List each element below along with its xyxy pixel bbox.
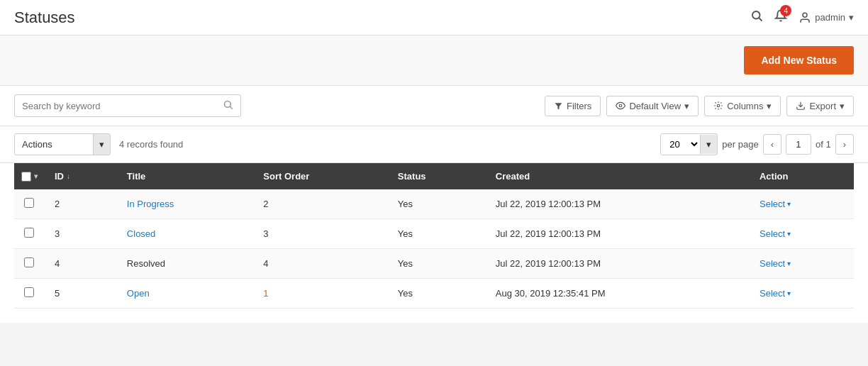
row-action: Select ▾ bbox=[750, 219, 854, 249]
prev-page-button[interactable]: ‹ bbox=[763, 134, 781, 155]
actions-select-wrap: Actions ▾ bbox=[14, 133, 111, 155]
table-row: 2 In Progress 2 Yes Jul 22, 2019 12:00:1… bbox=[14, 189, 854, 219]
actions-row: Actions ▾ 4 records found 20 ▾ per page … bbox=[0, 126, 868, 163]
notification-badge: 4 bbox=[780, 5, 791, 16]
row-created: Aug 30, 2019 12:35:41 PM bbox=[486, 279, 750, 309]
select-arrow: ▾ bbox=[787, 200, 791, 208]
select-link[interactable]: Select ▾ bbox=[760, 258, 844, 269]
default-view-arrow: ▾ bbox=[684, 101, 689, 111]
row-status: Yes bbox=[388, 189, 486, 219]
header-right: 4 padmin ▾ bbox=[750, 9, 854, 26]
select-arrow: ▾ bbox=[787, 289, 791, 297]
row-checkbox-cell bbox=[14, 249, 45, 279]
export-label: Export bbox=[809, 101, 836, 111]
row-title: Open bbox=[117, 279, 253, 309]
per-page-select-wrap: 20 ▾ bbox=[660, 133, 718, 155]
select-label: Select bbox=[760, 258, 785, 269]
svg-marker-5 bbox=[555, 103, 562, 109]
row-created: Jul 22, 2019 12:00:13 PM bbox=[486, 189, 750, 219]
col-header-title: Title bbox=[117, 163, 253, 189]
filter-bar: Filters Default View ▾ Columns ▾ Export bbox=[0, 86, 868, 126]
default-view-button[interactable]: Default View ▾ bbox=[606, 96, 699, 116]
per-page-dropdown[interactable]: 20 bbox=[661, 134, 700, 155]
col-header-status: Status bbox=[388, 163, 486, 189]
svg-line-1 bbox=[760, 18, 762, 21]
row-sort-order: 4 bbox=[253, 249, 387, 279]
search-icon[interactable] bbox=[750, 9, 763, 26]
user-dropdown-arrow: ▾ bbox=[849, 12, 854, 23]
actions-left: Actions ▾ 4 records found bbox=[14, 133, 183, 155]
actions-dropdown-arrow[interactable]: ▾ bbox=[93, 134, 110, 155]
current-page: 1 bbox=[786, 134, 811, 155]
row-created: Jul 22, 2019 12:00:13 PM bbox=[486, 219, 750, 249]
row-checkbox-cell bbox=[14, 279, 45, 309]
row-checkbox[interactable] bbox=[24, 228, 34, 238]
svg-point-0 bbox=[752, 11, 760, 19]
select-label: Select bbox=[760, 228, 785, 239]
svg-point-2 bbox=[803, 13, 807, 17]
table-row: 5 Open 1 Yes Aug 30, 2019 12:35:41 PM Se… bbox=[14, 279, 854, 309]
row-action: Select ▾ bbox=[750, 279, 854, 309]
row-sort-order: 2 bbox=[253, 189, 387, 219]
notification-icon[interactable]: 4 bbox=[774, 9, 787, 26]
next-page-button[interactable]: › bbox=[835, 134, 854, 155]
select-link[interactable]: Select ▾ bbox=[760, 288, 844, 299]
svg-point-7 bbox=[717, 104, 720, 107]
row-checkbox-cell bbox=[14, 219, 45, 249]
row-sort-order: 1 bbox=[253, 279, 387, 309]
svg-point-6 bbox=[620, 104, 623, 107]
columns-label: Columns bbox=[727, 101, 763, 111]
header-checkbox-arrow[interactable]: ▾ bbox=[34, 172, 38, 180]
default-view-label: Default View bbox=[629, 101, 681, 111]
row-sort-order: 3 bbox=[253, 219, 387, 249]
of-total-label: of 1 bbox=[816, 139, 831, 150]
row-checkbox[interactable] bbox=[24, 198, 34, 208]
col-header-id: ID ↓ bbox=[45, 163, 117, 189]
row-title: Closed bbox=[117, 219, 253, 249]
row-created: Jul 22, 2019 12:00:13 PM bbox=[486, 249, 750, 279]
row-checkbox[interactable] bbox=[24, 287, 34, 297]
table-container: ▾ ID ↓ Title Sort Order Status Created A… bbox=[0, 163, 868, 323]
filters-label: Filters bbox=[567, 101, 591, 111]
table-body: 2 In Progress 2 Yes Jul 22, 2019 12:00:1… bbox=[14, 189, 854, 309]
col-header-created: Created bbox=[486, 163, 750, 189]
export-arrow: ▾ bbox=[840, 101, 845, 111]
top-header: Statuses 4 padmin ▾ bbox=[0, 0, 868, 35]
per-page-arrow[interactable]: ▾ bbox=[700, 135, 717, 154]
svg-point-3 bbox=[225, 101, 231, 108]
row-id: 5 bbox=[45, 279, 117, 309]
columns-arrow: ▾ bbox=[767, 101, 772, 111]
row-id: 3 bbox=[45, 219, 117, 249]
per-page-label: per page bbox=[722, 139, 758, 150]
filter-controls: Filters Default View ▾ Columns ▾ Export bbox=[545, 96, 854, 116]
col-header-action: Action bbox=[750, 163, 854, 189]
row-action: Select ▾ bbox=[750, 249, 854, 279]
row-status: Yes bbox=[388, 249, 486, 279]
user-menu[interactable]: padmin ▾ bbox=[799, 11, 854, 24]
search-submit-icon[interactable] bbox=[223, 99, 233, 112]
svg-line-4 bbox=[230, 106, 232, 109]
actions-dropdown[interactable]: Actions bbox=[15, 134, 93, 155]
row-id: 4 bbox=[45, 249, 117, 279]
select-arrow: ▾ bbox=[787, 260, 791, 267]
col-header-sort-order: Sort Order bbox=[253, 163, 387, 189]
row-title: In Progress bbox=[117, 189, 253, 219]
select-link[interactable]: Select ▾ bbox=[760, 228, 844, 239]
columns-button[interactable]: Columns ▾ bbox=[704, 96, 781, 116]
filters-button[interactable]: Filters bbox=[545, 96, 601, 116]
select-all-checkbox[interactable] bbox=[21, 172, 31, 182]
statuses-table: ▾ ID ↓ Title Sort Order Status Created A… bbox=[14, 163, 854, 309]
select-link[interactable]: Select ▾ bbox=[760, 199, 844, 209]
row-checkbox[interactable] bbox=[24, 257, 34, 267]
pagination-controls: 20 ▾ per page ‹ 1 of 1 › bbox=[660, 133, 854, 155]
select-arrow: ▾ bbox=[787, 230, 791, 238]
id-sort-icon[interactable]: ↓ bbox=[67, 172, 70, 180]
table-header-row: ▾ ID ↓ Title Sort Order Status Created A… bbox=[14, 163, 854, 189]
search-input[interactable] bbox=[22, 101, 223, 111]
add-new-status-button[interactable]: Add New Status bbox=[744, 46, 854, 74]
table-row: 4 Resolved 4 Yes Jul 22, 2019 12:00:13 P… bbox=[14, 249, 854, 279]
table-row: 3 Closed 3 Yes Jul 22, 2019 12:00:13 PM … bbox=[14, 219, 854, 249]
row-status: Yes bbox=[388, 219, 486, 249]
row-title: Resolved bbox=[117, 249, 253, 279]
export-button[interactable]: Export ▾ bbox=[786, 96, 854, 116]
